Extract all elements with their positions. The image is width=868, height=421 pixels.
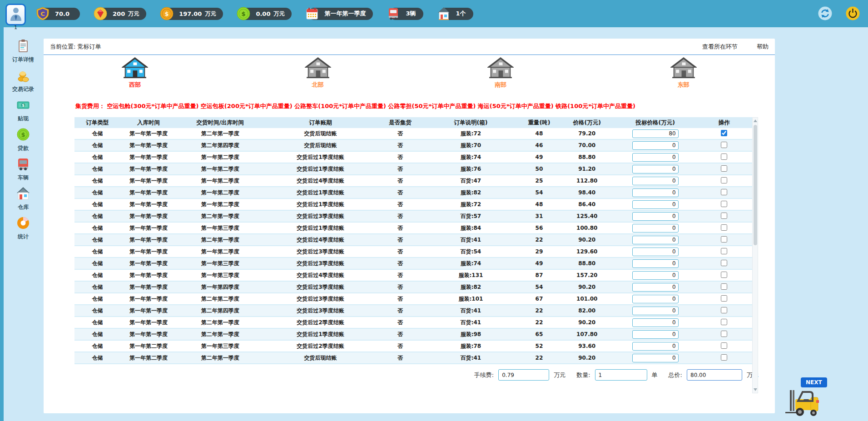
calendar-icon [305, 7, 319, 20]
select-order-checkbox[interactable] [721, 342, 727, 349]
price-cell: 90.20 [560, 319, 614, 326]
price-cell: 100.80 [560, 225, 614, 231]
delivery-time-cell: 第二年第一季度 [177, 236, 264, 244]
select-order-checkbox[interactable] [721, 283, 727, 290]
select-order-checkbox[interactable] [721, 201, 727, 207]
region-east[interactable]: 东部 [592, 55, 775, 93]
select-order-checkbox[interactable] [721, 142, 727, 148]
help-link[interactable]: 帮助 [757, 43, 769, 51]
table-scrollbar[interactable] [752, 117, 758, 393]
sidebar-item-vehicles[interactable]: 车辆 [16, 157, 30, 182]
order-type-cell: 仓储 [74, 213, 120, 220]
bid-price-input[interactable] [632, 295, 679, 303]
table-row: 仓储第一年第二季度第一年第三季度交货后过2季度结账否服装:785293.60 [74, 341, 752, 352]
coins-icon [16, 69, 30, 84]
payment-terms-cell: 交货后过3季度结账 [263, 283, 377, 291]
header-delivery-time: 交货时间/出库时间 [177, 119, 264, 127]
bid-price-input[interactable] [632, 141, 679, 150]
bid-price-input[interactable] [632, 248, 679, 256]
power-icon[interactable] [846, 6, 860, 20]
gem-pill: 200 万元 [96, 8, 146, 20]
bid-price-input[interactable] [632, 188, 679, 197]
bid-price-input[interactable] [632, 318, 679, 327]
operation-cell [696, 177, 752, 185]
cash-pill: $ 0.00 万元 [239, 8, 292, 20]
table-row: 仓储第一年第一季度第一年第二季度交货后过1季度结账否服装:825498.40 [74, 187, 752, 199]
next-button[interactable]: NEXT [801, 377, 827, 387]
select-order-checkbox[interactable] [721, 331, 727, 337]
bid-price-input[interactable] [632, 129, 679, 138]
bid-price-input[interactable] [632, 271, 679, 280]
select-order-checkbox[interactable] [721, 154, 727, 160]
sidebar-item-warehouse[interactable]: 仓库 [16, 187, 30, 211]
green-coin-icon: $ [237, 7, 250, 20]
fee-label: 手续费: [474, 371, 494, 379]
region-west[interactable]: 西部 [44, 55, 227, 93]
region-north[interactable]: 北部 [227, 55, 410, 93]
bid-price-input[interactable] [632, 153, 679, 162]
select-order-checkbox[interactable] [721, 130, 727, 136]
sidebar-item-statistics[interactable]: 统计 [16, 216, 30, 241]
bid-price-input[interactable] [632, 354, 679, 362]
delivery-time-cell: 第一年第二季度 [177, 165, 264, 173]
inbound-time-cell: 第一年第一季度 [120, 224, 177, 232]
select-order-checkbox[interactable] [721, 307, 727, 313]
select-order-checkbox[interactable] [721, 354, 727, 361]
bid-price-input[interactable] [632, 259, 679, 268]
fee-input[interactable] [498, 369, 549, 381]
bid-price-input[interactable] [632, 342, 679, 351]
gold-pill: $ 197.00 万元 [163, 8, 223, 20]
bid-price-cell [614, 295, 696, 303]
delivery-time-cell: 第一年第二季度 [177, 248, 264, 256]
inbound-time-cell: 第一年第一季度 [120, 307, 177, 315]
inbound-time-cell: 第一年第一季度 [120, 331, 177, 338]
scroll-up-arrow[interactable] [754, 119, 757, 122]
bid-price-input[interactable] [632, 330, 679, 339]
total-price-input[interactable] [687, 369, 742, 381]
bid-price-input[interactable] [632, 224, 679, 233]
consolidated-cell: 否 [377, 272, 423, 279]
select-order-checkbox[interactable] [721, 224, 727, 231]
select-order-checkbox[interactable] [721, 295, 727, 302]
description-cell: 百货:41 [423, 319, 519, 327]
warehouse-icon [16, 187, 30, 202]
bid-price-input[interactable] [632, 200, 679, 209]
quantity-input[interactable] [595, 369, 647, 381]
sidebar-item-order-details[interactable]: 订单详情 [12, 39, 34, 64]
select-order-checkbox[interactable] [721, 213, 727, 219]
sidebar: 订单详情 交易记录 $ 贴现 $ [4, 27, 43, 421]
bid-price-input[interactable] [632, 177, 679, 185]
svg-text:C: C [40, 10, 45, 17]
table-row: 仓储第一年第一季度第二年第一季度交货后现结账否服装:724879.20 [74, 128, 752, 140]
bid-price-input[interactable] [632, 236, 679, 244]
select-order-checkbox[interactable] [721, 177, 727, 183]
header-weight: 重量(吨) [519, 119, 560, 127]
house-gray-icon [670, 57, 697, 80]
select-order-checkbox[interactable] [721, 189, 727, 195]
sidebar-item-transactions[interactable]: 交易记录 [12, 69, 34, 93]
bid-price-input[interactable] [632, 283, 679, 292]
select-order-checkbox[interactable] [721, 165, 727, 172]
sidebar-item-discount[interactable]: $ 贴现 [16, 98, 30, 123]
refresh-icon[interactable] [818, 6, 832, 20]
select-order-checkbox[interactable] [721, 319, 727, 325]
select-order-checkbox[interactable] [721, 248, 727, 254]
bid-price-input[interactable] [632, 165, 679, 173]
bid-price-cell [614, 236, 696, 244]
select-order-checkbox[interactable] [721, 272, 727, 278]
bid-price-input[interactable] [632, 307, 679, 315]
bid-price-input[interactable] [632, 212, 679, 221]
player-avatar[interactable]: 1 [5, 4, 26, 25]
scroll-down-arrow[interactable] [754, 388, 757, 391]
region-south[interactable]: 南部 [409, 55, 592, 93]
description-cell: 服装:74 [423, 154, 519, 161]
select-order-checkbox[interactable] [721, 260, 727, 266]
weight-cell: 87 [519, 272, 560, 278]
truck-icon [16, 157, 30, 173]
select-order-checkbox[interactable] [721, 236, 727, 243]
view-stage-link[interactable]: 查看所在环节 [702, 43, 738, 51]
scrollbar-thumb[interactable] [754, 125, 757, 245]
bid-price-cell [614, 165, 696, 173]
sidebar-item-loan[interactable]: $ 贷款 [16, 128, 30, 152]
table-row: 仓储第一年第一季度第一年第三季度交货后过4季度结账否服装:13187157.20 [74, 270, 752, 282]
